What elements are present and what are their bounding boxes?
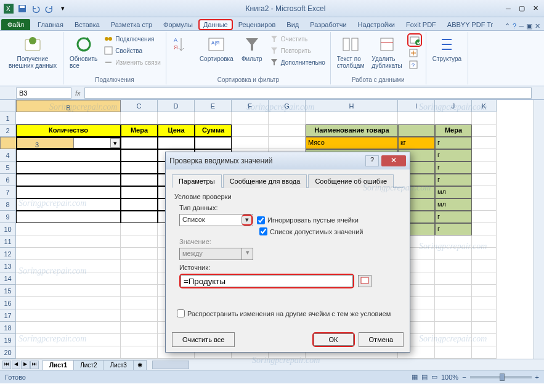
cell-C11[interactable] (121, 235, 158, 248)
cell-K5[interactable] (472, 161, 497, 174)
cell-B19[interactable] (16, 334, 121, 346)
ignore-blank-checkbox[interactable]: Игнорировать пустые ячейки (257, 216, 359, 224)
cell-H2[interactable]: Наименование товара (306, 125, 398, 137)
row-header-12[interactable]: 12 (0, 248, 16, 260)
dialog-tab-params[interactable]: Параметры (172, 174, 222, 188)
cell-J14[interactable] (435, 272, 472, 285)
filter-button[interactable]: Фильтр (238, 33, 266, 63)
cell-K2[interactable] (472, 125, 497, 137)
cell-D2[interactable]: Цена (158, 125, 195, 137)
view-normal-icon[interactable]: ▦ (412, 373, 418, 381)
cell-C3[interactable] (121, 137, 158, 149)
cell-C16[interactable] (121, 297, 158, 309)
cell-J5[interactable]: г (435, 161, 472, 174)
cell-B6[interactable] (16, 174, 121, 186)
cell-J1[interactable] (435, 112, 472, 125)
cell-B17[interactable] (16, 309, 121, 322)
cell-B7[interactable] (16, 186, 121, 198)
cell-B5[interactable] (16, 161, 121, 174)
col-header-D[interactable]: D (158, 100, 195, 112)
zoom-value[interactable]: 100% (441, 374, 458, 381)
save-icon[interactable] (16, 2, 28, 15)
row-header-17[interactable]: 17 (0, 309, 16, 322)
cell-G2[interactable] (269, 125, 306, 137)
cell-K12[interactable] (472, 248, 497, 260)
cell-K6[interactable] (472, 174, 497, 186)
cell-K4[interactable] (472, 149, 497, 161)
outline-button[interactable]: Структура (430, 33, 464, 63)
cell-J8[interactable]: мл (435, 198, 472, 211)
undo-icon[interactable] (30, 2, 42, 15)
ribbon-minimize-icon[interactable]: ⌃ (505, 22, 510, 30)
dialog-tab-input-msg[interactable]: Сообщение для ввода (223, 174, 307, 188)
row-header-5[interactable]: 5 (0, 161, 16, 174)
cell-C14[interactable] (121, 272, 158, 285)
properties-button[interactable]: Свойства (102, 45, 162, 56)
cell-J2[interactable]: Мера (435, 125, 472, 137)
sheet-tab-3[interactable]: Лист3 (103, 360, 133, 370)
row-header-18[interactable]: 18 (0, 322, 16, 334)
col-header-G[interactable]: G (269, 100, 306, 112)
row-header-6[interactable]: 6 (0, 174, 16, 186)
cell-J18[interactable] (435, 322, 472, 334)
redo-icon[interactable] (43, 2, 55, 15)
col-header-H[interactable]: H (306, 100, 398, 112)
cell-J7[interactable]: мл (435, 186, 472, 198)
cell-J10[interactable]: г (435, 223, 472, 235)
cell-C15[interactable] (121, 285, 158, 297)
vertical-scrollbar[interactable] (534, 100, 544, 359)
row-header-14[interactable]: 14 (0, 272, 16, 285)
sheet-tab-1[interactable]: Лист1 (43, 360, 74, 370)
cell-J17[interactable] (435, 309, 472, 322)
excel-icon[interactable]: X (2, 2, 15, 15)
tab-addins[interactable]: Надстройки (352, 18, 400, 30)
cell-C5[interactable] (121, 161, 158, 174)
cell-C19[interactable] (121, 334, 158, 346)
fx-icon[interactable]: fx (75, 89, 81, 97)
remove-duplicates-button[interactable]: Удалить дубликаты (369, 33, 404, 70)
cell-K14[interactable] (472, 272, 497, 285)
col-header-F[interactable]: F (232, 100, 269, 112)
cell-G1[interactable] (269, 112, 306, 125)
type-select[interactable]: Список▾ (179, 214, 253, 226)
row-header-4[interactable]: 4 (0, 149, 16, 161)
close-button[interactable]: ✕ (529, 2, 542, 15)
cell-B4[interactable] (16, 149, 121, 161)
formula-input[interactable] (84, 88, 532, 99)
cell-C1[interactable] (121, 112, 158, 125)
tab-home[interactable]: Главная (32, 18, 69, 30)
help-icon[interactable]: ? (513, 22, 516, 30)
zoom-slider[interactable] (470, 376, 532, 378)
cell-B12[interactable] (16, 248, 121, 260)
cell-B8[interactable] (16, 198, 121, 211)
col-header-K[interactable]: K (472, 100, 497, 112)
last-sheet-icon[interactable]: ⏭ (30, 361, 39, 369)
row-header-9[interactable]: 9 (0, 211, 16, 223)
cell-K19[interactable] (472, 334, 497, 346)
cell-C9[interactable] (121, 211, 158, 223)
col-header-B[interactable]: B (16, 100, 121, 112)
next-sheet-icon[interactable]: ▶ (21, 361, 30, 369)
name-box[interactable] (16, 88, 71, 99)
cell-K17[interactable] (472, 309, 497, 322)
what-if-button[interactable]: ? (407, 59, 422, 70)
select-all-corner[interactable] (0, 100, 16, 112)
row-header-10[interactable]: 10 (0, 223, 16, 235)
cell-B16[interactable] (16, 297, 121, 309)
cell-J11[interactable] (435, 235, 472, 248)
row-header-13[interactable]: 13 (0, 260, 16, 272)
cell-J16[interactable] (435, 297, 472, 309)
connections-button[interactable]: Подключения (102, 33, 162, 44)
cell-K15[interactable] (472, 285, 497, 297)
data-validation-button[interactable] (407, 33, 422, 47)
row-header-8[interactable]: 8 (0, 198, 16, 211)
cell-B10[interactable] (16, 223, 121, 235)
cell-C10[interactable] (121, 223, 158, 235)
cell-C17[interactable] (121, 309, 158, 322)
cell-I3[interactable]: кг (398, 137, 435, 149)
cell-J12[interactable] (435, 248, 472, 260)
cell-B18[interactable] (16, 322, 121, 334)
view-layout-icon[interactable]: ▤ (421, 373, 428, 381)
apply-changes-checkbox[interactable]: Распространить изменения на другие ячейк… (177, 309, 401, 317)
cell-dropdown-icon[interactable]: ▾ (110, 138, 120, 148)
